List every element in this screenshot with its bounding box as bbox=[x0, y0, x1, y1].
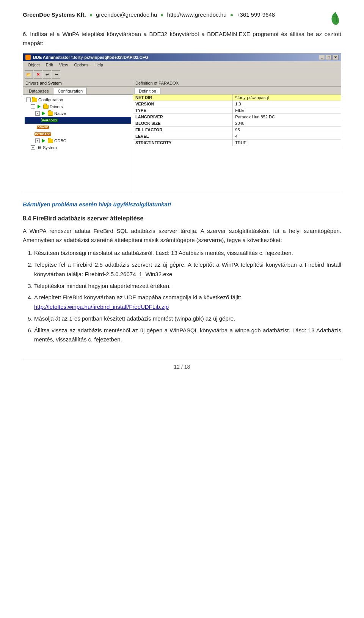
bde-title-text: BDE Administrator \\forty-pc\winpasql\bd… bbox=[33, 55, 148, 60]
bde-left-panel: Drivers and System Databases Configurati… bbox=[23, 80, 133, 194]
config-row: VERSION1.0 bbox=[133, 101, 341, 107]
config-row: BLOCK SIZE2048 bbox=[133, 120, 341, 127]
expand-configuration[interactable]: - bbox=[26, 97, 31, 102]
bde-screenshot: BDE Administrator \\forty-pc\winpasql\bd… bbox=[23, 53, 341, 194]
expand-drivers[interactable]: - bbox=[31, 104, 35, 109]
step6-intro-text: 6. Indítsa el a WinPA telepítési könyvtá… bbox=[23, 31, 341, 46]
tab-databases[interactable]: Databases bbox=[25, 88, 53, 94]
toolbar-close-btn[interactable]: ✕ bbox=[34, 70, 42, 79]
config-row: LEVEL4 bbox=[133, 133, 341, 140]
toolbar-undo-btn[interactable]: ↩ bbox=[43, 70, 51, 79]
config-value-cell: Paradox Hun 852 DC bbox=[233, 114, 341, 120]
config-value-cell: \\forty-pc\winpasql bbox=[233, 94, 341, 101]
company-name: GreenDoc Systems Kft. bbox=[23, 11, 86, 18]
tree-item-drivers[interactable]: - Drivers bbox=[25, 103, 131, 110]
menu-options[interactable]: Options bbox=[71, 62, 91, 68]
bde-toolbar: 📂 ✕ ↩ ↪ bbox=[23, 69, 341, 80]
tree-label-system: System bbox=[43, 145, 57, 150]
step-1-text: Készítsen biztonsági másolatot az adatbá… bbox=[34, 250, 293, 256]
tree-area: - Configuration - Drivers - bbox=[23, 95, 133, 194]
tab-definition[interactable]: Definition bbox=[135, 88, 160, 94]
phone: +361 599-9648 bbox=[237, 11, 275, 18]
tree-item-paradox[interactable]: PARADOX bbox=[25, 117, 131, 124]
config-key-cell: STRICTINTEGRTY bbox=[133, 140, 233, 146]
left-panel-header: Drivers and System bbox=[23, 80, 133, 86]
step-3: Telepítéskor mindent hagyjon alapértelme… bbox=[34, 281, 341, 291]
dot1 bbox=[90, 14, 92, 16]
config-key-cell: BLOCK SIZE bbox=[133, 120, 233, 127]
tree-item-dbase[interactable]: DBASE bbox=[25, 124, 131, 131]
folder-icon-drivers bbox=[43, 104, 49, 110]
computer-icon-system: 🖥 bbox=[36, 145, 42, 151]
step6-intro: 6. Indítsa el a WinPA telepítési könyvtá… bbox=[23, 30, 341, 48]
bde-window-buttons[interactable]: _ □ ✕ bbox=[319, 55, 339, 60]
config-value-cell: FILE bbox=[233, 107, 341, 114]
config-row: STRICTINTEGRTYTRUE bbox=[133, 140, 341, 146]
folder-icon-configuration bbox=[31, 97, 38, 103]
bde-app-icon bbox=[25, 55, 31, 60]
config-key-cell: LEVEL bbox=[133, 133, 233, 140]
play-icon-drivers bbox=[36, 104, 42, 110]
tab-configuration[interactable]: Configuration bbox=[54, 88, 87, 94]
play-icon-native bbox=[41, 110, 47, 116]
db-icon-intrbase: INTRBASE bbox=[40, 131, 46, 137]
close-button[interactable]: ✕ bbox=[333, 55, 339, 60]
step-4-text: A telepített FireBird könyvtárban az UDF… bbox=[34, 294, 241, 300]
minimize-button[interactable]: _ bbox=[319, 55, 325, 60]
menu-edit[interactable]: Edit bbox=[43, 62, 56, 68]
paragraph-1-text: A WinPA rendszer adatai FireBird SQL ada… bbox=[23, 228, 341, 243]
tree-item-configuration[interactable]: - Configuration bbox=[25, 96, 131, 103]
expand-native[interactable]: - bbox=[35, 111, 40, 116]
config-table: NET DIR\\forty-pc\winpasqlVERSION1.0TYPE… bbox=[133, 94, 341, 194]
config-key-cell: TYPE bbox=[133, 107, 233, 114]
toolbar-open-btn[interactable]: 📂 bbox=[25, 70, 33, 79]
expand-odbc[interactable]: + bbox=[35, 138, 40, 143]
config-value-cell: 2048 bbox=[233, 120, 341, 127]
config-value-cell: TRUE bbox=[233, 140, 341, 146]
header-left: GreenDoc Systems Kft. greendoc@greendoc.… bbox=[23, 11, 275, 18]
step-3-text: Telepítéskor mindent hagyjon alapértelme… bbox=[34, 283, 171, 289]
tree-label-drivers: Drivers bbox=[50, 104, 63, 109]
config-row: NET DIR\\forty-pc\winpasql bbox=[133, 94, 341, 101]
step-4-link[interactable]: http://letoltes.winpa.hu/firebird_instal… bbox=[34, 303, 169, 310]
config-key-cell: FILL FACTOR bbox=[133, 127, 233, 133]
play-icon-odbc bbox=[41, 138, 47, 144]
toolbar-redo-btn[interactable]: ↪ bbox=[52, 70, 60, 79]
expand-system[interactable]: + bbox=[31, 145, 35, 150]
config-value-cell: 4 bbox=[233, 133, 341, 140]
maximize-button[interactable]: □ bbox=[326, 55, 332, 60]
config-data-table: NET DIR\\forty-pc\winpasqlVERSION1.0TYPE… bbox=[133, 94, 341, 146]
paragraph-1: A WinPA rendszer adatai FireBird SQL ada… bbox=[23, 226, 341, 245]
right-tabs-row: Definition bbox=[133, 86, 341, 94]
menu-help[interactable]: Help bbox=[91, 62, 106, 68]
dot2 bbox=[161, 14, 163, 16]
step-6-final-text: Állítsa vissza az adatbázis mentésből az… bbox=[34, 327, 341, 343]
config-value-cell: 95 bbox=[233, 127, 341, 133]
tree-item-native[interactable]: - Native bbox=[25, 110, 131, 117]
menu-view[interactable]: View bbox=[56, 62, 71, 68]
tree-item-odbc[interactable]: + ODBC bbox=[25, 137, 131, 144]
config-row: LANGDRIVERParadox Hun 852 DC bbox=[133, 114, 341, 120]
bde-right-panel: Definition of PARADOX Definition NET DIR… bbox=[133, 80, 341, 194]
folder-icon-native bbox=[47, 110, 53, 116]
config-key-cell: VERSION bbox=[133, 101, 233, 107]
step-4: A telepített FireBird könyvtárban az UDF… bbox=[34, 293, 341, 312]
website: http://www.greendoc.hu bbox=[167, 11, 227, 18]
config-key-cell: LANGDRIVER bbox=[133, 114, 233, 120]
step-6-final: Állítsa vissza az adatbázis mentésből az… bbox=[34, 326, 341, 345]
bde-main-content: Drivers and System Databases Configurati… bbox=[23, 80, 341, 194]
bde-titlebar: BDE Administrator \\forty-pc\winpasql\bd… bbox=[23, 53, 341, 61]
folder-icon-odbc bbox=[47, 138, 53, 144]
menu-object[interactable]: Object bbox=[25, 62, 43, 68]
tree-item-intrbase[interactable]: INTRBASE bbox=[25, 131, 131, 137]
step-2: Telepítse fel a Firebird 2.5 adatbázis s… bbox=[34, 260, 341, 279]
page-footer: 12 / 18 bbox=[23, 360, 341, 370]
step-1: Készítsen biztonsági másolatot az adatbá… bbox=[34, 248, 341, 258]
section-heading: 8.4 FireBird adatbázis szerver áttelepít… bbox=[23, 214, 341, 223]
config-row: FILL FACTOR95 bbox=[133, 127, 341, 133]
leaf-logo-icon bbox=[329, 11, 341, 26]
page-header: GreenDoc Systems Kft. greendoc@greendoc.… bbox=[23, 11, 341, 26]
logo-area bbox=[329, 11, 341, 26]
step-2-text: Telepítse fel a Firebird 2.5 adatbázis s… bbox=[34, 261, 341, 277]
tree-item-system[interactable]: + 🖥 System bbox=[25, 144, 131, 151]
